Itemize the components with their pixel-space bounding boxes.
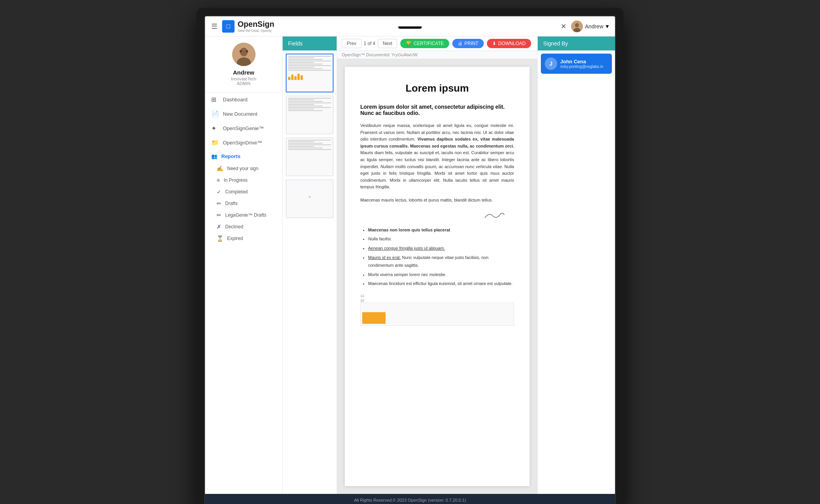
- print-icon: 🖨: [458, 41, 462, 46]
- doc-list: Maecenas non lorem quis tellus placerat …: [368, 226, 514, 288]
- close-icon[interactable]: ✕: [561, 22, 566, 31]
- sidebar-item-declined[interactable]: ✗ Declined: [205, 221, 282, 233]
- user-avatar: [232, 43, 255, 66]
- footer: All Rights Reserved.© 2023 OpenSign (ver…: [205, 494, 615, 504]
- app-tagline: Seal the Deal, Openly: [238, 29, 274, 33]
- dashboard-icon: ⊞: [211, 96, 219, 103]
- download-icon: ⬇: [492, 41, 496, 46]
- signer-info: John Cena ricky.ponting@nxglabs.in: [560, 59, 603, 69]
- doc-body-paragraph: Vestibulum neque massa, scelerisque sit …: [360, 122, 514, 191]
- sidebar-label-drive: OpenSignDrive™: [223, 140, 262, 146]
- logo-area: □ OpenSign Seal the Deal, Openly: [222, 20, 274, 33]
- print-button[interactable]: 🖨 PRINT: [452, 39, 484, 48]
- sidebar-item-dashboard[interactable]: ⊞ Dashboard: [205, 92, 282, 107]
- document-viewer: Prev 1 of 4 Next 🏆 CERTIFICATE: [337, 36, 537, 494]
- sidebar-user-role: ADMIN: [210, 81, 278, 86]
- doc-title: Lorem ipsum: [360, 82, 514, 94]
- sidebar-item-new-document[interactable]: 📄 New Document: [205, 107, 282, 121]
- list-item: Maecenas tincidunt est efficitur ligula …: [368, 280, 514, 288]
- sidebar-label-need-sign: Need your sign: [227, 166, 259, 171]
- user-avatar-small: [571, 21, 583, 32]
- sidebar-label-declined: Declined: [225, 224, 243, 229]
- logo-icon: □: [222, 20, 235, 33]
- list-item: Aenean congue fringilla justo ut aliquam…: [368, 245, 514, 252]
- thumbnail-page-2[interactable]: [286, 96, 334, 134]
- signed-header: Signed By: [538, 36, 615, 50]
- svg-point-6: [240, 50, 242, 52]
- chart-y-label-10: 10: [360, 299, 514, 302]
- svg-point-1: [575, 23, 579, 27]
- print-label: PRINT: [464, 41, 478, 46]
- svg-point-7: [246, 50, 248, 52]
- sidebar-item-legagenie-drafts[interactable]: ✏ LegaGenie™ Drafts: [205, 209, 282, 221]
- sidebar-label-completed: Completed: [225, 189, 248, 195]
- sidebar: Andrew InnovateTech ADMIN ⊞ Dashboard 📄 …: [205, 36, 283, 494]
- sidebar-label-new-document: New Document: [223, 111, 257, 117]
- signed-panel: Signed By J John Cena ricky.ponting@nxgl…: [537, 36, 615, 494]
- chart-area: 12 10: [360, 294, 514, 326]
- sidebar-item-completed[interactable]: ✓ Completed: [205, 186, 282, 198]
- reports-icon: 👥: [211, 153, 217, 159]
- doc-content: Lorem ipsum Lorem ipsum dolor sit amet, …: [337, 59, 537, 494]
- sidebar-label-legagenie: LegaGenie™ Drafts: [225, 212, 266, 218]
- sidebar-item-expired[interactable]: ⏳ Expired: [205, 233, 282, 244]
- document-id: OpenSign™ DocumentId: YryGuAlwUW: [337, 51, 537, 59]
- list-item: Mauris id ex erat. Nunc vulputate neque …: [368, 254, 514, 269]
- footer-text: All Rights Reserved.© 2023 OpenSign (ver…: [354, 498, 466, 502]
- list-item: Maecenas non lorem quis tellus placerat: [368, 226, 514, 234]
- page-total: 4: [373, 41, 375, 46]
- sidebar-label-drafts: Drafts: [225, 201, 238, 206]
- certificate-icon: 🏆: [406, 41, 412, 46]
- chart-bar: [362, 312, 386, 324]
- user-dropdown-icon: ▾: [606, 23, 609, 30]
- page-navigation: Prev 1 of 4 Next: [342, 39, 397, 48]
- thumbnail-list: ⊞: [283, 50, 337, 494]
- page-indicator: 1 of 4: [364, 41, 375, 46]
- user-name-nav: Andrew: [585, 23, 603, 30]
- app-name: OpenSign: [238, 20, 274, 29]
- sidebar-label-expired: Expired: [227, 236, 243, 241]
- sidebar-user-company: InnovateTech: [210, 76, 278, 81]
- doc-subtitle: Lorem ipsum dolor sit amet, consectetur …: [360, 104, 514, 116]
- thumbnail-page-1[interactable]: [286, 54, 334, 92]
- signer-name: John Cena: [560, 59, 603, 64]
- legagenie-icon: ✏: [217, 212, 221, 218]
- sidebar-item-in-progress[interactable]: ≡ In Progress: [205, 174, 282, 186]
- signer-email: ricky.ponting@nxglabs.in: [560, 64, 603, 69]
- genie-icon: ✦: [211, 125, 219, 132]
- list-item: Nulla facilisi.: [368, 235, 514, 243]
- sidebar-item-opensign-drive[interactable]: 📁 OpenSignDrive™: [205, 136, 282, 150]
- sidebar-label-in-progress: In Progress: [224, 177, 247, 183]
- sidebar-label-genie: OpenSignGenie™: [223, 125, 264, 131]
- fields-panel: Fields: [283, 36, 337, 494]
- declined-icon: ✗: [217, 224, 221, 230]
- need-sign-icon: ✍: [217, 165, 223, 172]
- content-area: Fields: [283, 36, 615, 494]
- signer-card: J John Cena ricky.ponting@nxglabs.in: [541, 54, 612, 74]
- thumbnail-page-4[interactable]: ⊞: [286, 179, 334, 218]
- next-button[interactable]: Next: [378, 39, 398, 48]
- download-button[interactable]: ⬇ DOWNLOAD: [487, 39, 531, 48]
- fields-header: Fields: [283, 36, 337, 50]
- certificate-button[interactable]: 🏆 CERTIFICATE: [400, 39, 449, 48]
- expired-icon: ⏳: [217, 235, 223, 242]
- completed-icon: ✓: [217, 189, 221, 195]
- page-current: 1: [364, 41, 367, 46]
- doc-toolbar: Prev 1 of 4 Next 🏆 CERTIFICATE: [337, 36, 537, 51]
- hamburger-icon[interactable]: ☰: [211, 22, 217, 31]
- signature-area: [360, 210, 514, 222]
- sidebar-item-opensign-genie[interactable]: ✦ OpenSignGenie™: [205, 121, 282, 136]
- list-item: Morbi viverra semper lorem nec molestie.: [368, 271, 514, 279]
- thumbnail-page-3[interactable]: [286, 137, 334, 176]
- chart-y-label-12: 12: [360, 294, 514, 298]
- user-profile: Andrew InnovateTech ADMIN: [205, 43, 282, 92]
- drafts-icon: ✏: [217, 200, 221, 207]
- user-menu[interactable]: Andrew ▾: [571, 21, 609, 32]
- sidebar-item-drafts[interactable]: ✏ Drafts: [205, 198, 282, 209]
- certificate-label: CERTIFICATE: [413, 41, 444, 46]
- sidebar-item-need-your-sign[interactable]: ✍ Need your sign: [205, 163, 282, 174]
- doc-page: Lorem ipsum Lorem ipsum dolor sit amet, …: [345, 67, 530, 486]
- sidebar-section-reports[interactable]: 👥 Reports: [205, 150, 282, 163]
- prev-button[interactable]: Prev: [342, 39, 361, 48]
- new-document-icon: 📄: [211, 110, 219, 118]
